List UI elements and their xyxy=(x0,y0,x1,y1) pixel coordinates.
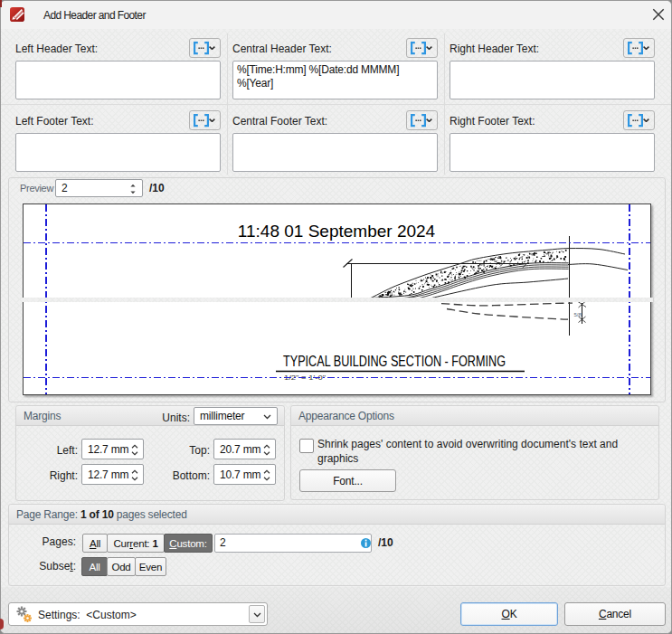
svg-text:11:48 01 September 2024: 11:48 01 September 2024 xyxy=(238,222,436,241)
svg-text:TYPICAL BUILDING SECTION - FOR: TYPICAL BUILDING SECTION - FORMING xyxy=(283,353,506,370)
svg-text:5/8: 5/8 xyxy=(574,312,582,317)
